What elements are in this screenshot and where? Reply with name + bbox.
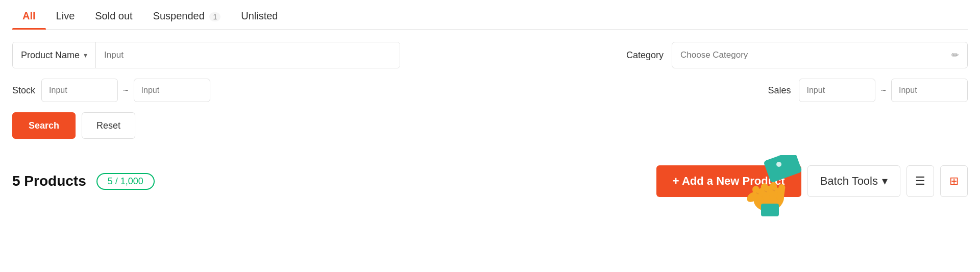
add-product-button[interactable]: + Add a New Product xyxy=(656,165,801,197)
sales-min-input[interactable] xyxy=(799,79,875,102)
list-view-icon: ☰ xyxy=(915,175,925,188)
tab-sold-out[interactable]: Sold out xyxy=(85,4,142,29)
filter-section: Product Name ▾ Category ✏ Stock xyxy=(12,30,968,161)
tab-suspended[interactable]: Suspended 1 xyxy=(143,4,231,29)
products-count: 5 Products xyxy=(12,173,86,189)
filter-row-1: Product Name ▾ Category ✏ xyxy=(12,42,968,68)
tab-all-label: All xyxy=(22,10,36,21)
tab-live[interactable]: Live xyxy=(46,4,85,29)
chevron-down-icon: ▾ xyxy=(882,175,888,188)
svg-rect-11 xyxy=(761,204,779,216)
stock-label: Stock xyxy=(12,85,35,96)
product-name-input[interactable] xyxy=(96,42,400,68)
reset-button[interactable]: Reset xyxy=(82,112,135,139)
category-input-wrapper: ✏ xyxy=(672,42,968,68)
sales-label: Sales xyxy=(768,85,791,96)
sales-max-input[interactable] xyxy=(891,79,968,102)
product-name-filter-wrapper: Product Name ▾ xyxy=(12,42,400,68)
view-list-button[interactable]: ☰ xyxy=(906,165,934,197)
stock-range: ~ xyxy=(41,79,210,102)
product-name-dropdown[interactable]: Product Name ▾ xyxy=(13,42,96,68)
view-grid-button[interactable]: ⊞ xyxy=(940,165,968,197)
sales-tilde: ~ xyxy=(880,85,886,96)
edit-icon[interactable]: ✏ xyxy=(951,50,959,61)
sales-filter-group: Sales ~ xyxy=(768,79,968,102)
product-name-dropdown-label: Product Name xyxy=(21,50,80,61)
batch-tools-label: Batch Tools xyxy=(820,175,878,188)
tab-suspended-label: Suspended xyxy=(153,10,205,21)
product-name-filter: Product Name ▾ xyxy=(12,42,400,68)
filter-buttons-row: Search Reset xyxy=(12,112,968,139)
tab-unlisted-label: Unlisted xyxy=(241,10,278,21)
stock-tilde: ~ xyxy=(123,85,129,96)
chevron-down-icon: ▾ xyxy=(84,51,87,59)
products-quota: 5 / 1,000 xyxy=(96,173,155,190)
bottom-bar: 5 Products 5 / 1,000 xyxy=(12,161,968,201)
stock-max-input[interactable] xyxy=(134,79,210,102)
tabs-bar: All Live Sold out Suspended 1 Unlisted xyxy=(12,0,968,30)
stock-min-input[interactable] xyxy=(41,79,118,102)
sales-range: ~ xyxy=(799,79,968,102)
tab-sold-out-label: Sold out xyxy=(95,10,132,21)
category-input[interactable] xyxy=(680,50,951,60)
filter-row-2: Stock ~ Sales ~ xyxy=(12,79,968,102)
grid-view-icon: ⊞ xyxy=(949,175,959,188)
category-filter: Category ✏ xyxy=(626,42,968,68)
tab-unlisted[interactable]: Unlisted xyxy=(231,4,288,29)
category-label: Category xyxy=(626,50,664,61)
tab-live-label: Live xyxy=(56,10,75,21)
batch-tools-button[interactable]: Batch Tools ▾ xyxy=(807,165,900,197)
search-button[interactable]: Search xyxy=(12,112,76,139)
tab-all[interactable]: All xyxy=(12,4,46,29)
suspended-badge: 1 xyxy=(209,12,220,21)
right-actions: + Add a New Product Batch Tools ▾ ☰ ⊞ xyxy=(656,165,968,197)
stock-filter-group: Stock ~ xyxy=(12,79,210,102)
